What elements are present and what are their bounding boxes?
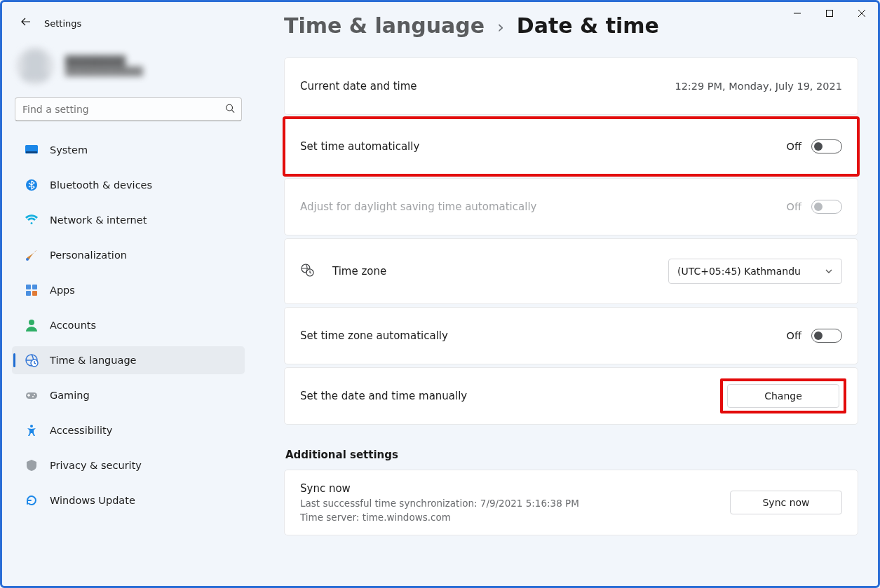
profile-email: ████████████ — [65, 67, 143, 76]
select-value: (UTC+05:45) Kathmandu — [677, 266, 801, 277]
svg-point-4 — [226, 104, 233, 111]
sidebar-item-system[interactable]: System — [12, 136, 245, 164]
sync-server: Time server: time.windows.com — [300, 512, 579, 523]
wifi-icon — [25, 213, 39, 227]
sidebar-item-label: Apps — [50, 285, 75, 296]
system-icon — [25, 143, 39, 157]
sidebar-item-gaming[interactable]: Gaming — [12, 381, 245, 409]
sidebar-item-label: Time & language — [50, 355, 137, 366]
search-input[interactable] — [15, 97, 242, 121]
bluetooth-icon — [25, 178, 39, 192]
change-button[interactable]: Change — [727, 384, 839, 408]
row-label: Adjust for daylight saving time automati… — [300, 200, 536, 213]
svg-rect-13 — [32, 291, 37, 296]
row-label: Time zone — [332, 265, 386, 278]
set-tz-auto-toggle[interactable] — [811, 329, 842, 343]
row-label: Set the date and time manually — [300, 390, 467, 402]
svg-rect-1 — [827, 11, 833, 17]
sidebar-item-personalization[interactable]: Personalization — [12, 241, 245, 269]
svg-point-18 — [34, 394, 35, 395]
row-dst-auto: Adjust for daylight saving time automati… — [285, 179, 858, 235]
gamepad-icon — [25, 388, 39, 402]
sidebar-item-windows-update[interactable]: Windows Update — [12, 486, 245, 514]
sync-now-button[interactable]: Sync now — [730, 491, 842, 514]
toggle-state: Off — [787, 330, 801, 341]
svg-point-19 — [32, 396, 34, 397]
sidebar-item-network[interactable]: Network & internet — [12, 206, 245, 234]
svg-rect-12 — [26, 291, 31, 296]
breadcrumb-parent[interactable]: Time & language — [284, 13, 485, 38]
chevron-right-icon: › — [497, 18, 504, 37]
row-set-tz-auto[interactable]: Set time zone automatically Off — [285, 308, 858, 364]
sidebar-item-label: Bluetooth & devices — [50, 179, 152, 191]
sidebar-item-label: Accessibility — [50, 425, 112, 436]
update-icon — [25, 493, 39, 507]
close-button[interactable] — [846, 2, 878, 25]
sidebar-item-accounts[interactable]: Accounts — [12, 311, 245, 339]
brush-icon — [25, 248, 39, 262]
time-zone-select[interactable]: (UTC+05:45) Kathmandu — [668, 259, 842, 284]
person-icon — [25, 318, 39, 332]
sidebar-item-privacy[interactable]: Privacy & security — [12, 451, 245, 479]
svg-point-9 — [26, 258, 29, 261]
app-title: Settings — [44, 18, 81, 29]
breadcrumb: Time & language › Date & time — [284, 13, 858, 38]
svg-rect-11 — [32, 285, 37, 289]
row-set-manual: Set the date and time manually Change — [285, 368, 858, 424]
toggle-state: Off — [787, 141, 801, 152]
sidebar-item-label: Privacy & security — [50, 460, 142, 471]
back-icon[interactable] — [20, 16, 32, 30]
toggle-state: Off — [787, 201, 801, 212]
svg-line-5 — [232, 110, 235, 113]
row-label: Set time zone automatically — [300, 329, 448, 342]
sync-last-sync: Last successful time synchronization: 7/… — [300, 498, 579, 509]
svg-rect-10 — [26, 285, 31, 289]
globe-clock-icon — [25, 353, 39, 367]
apps-icon — [25, 283, 39, 297]
sidebar-item-apps[interactable]: Apps — [12, 276, 245, 304]
dst-auto-toggle — [811, 200, 842, 214]
search-icon — [225, 103, 235, 116]
row-current-datetime: Current date and time 12:29 PM, Monday, … — [285, 58, 858, 114]
sidebar-item-time-language[interactable]: Time & language — [12, 346, 245, 374]
profile-name: ████████ — [65, 55, 143, 67]
avatar — [16, 47, 54, 85]
shield-icon — [25, 458, 39, 472]
sidebar-item-accessibility[interactable]: Accessibility — [12, 416, 245, 444]
row-set-time-automatically[interactable]: Set time automatically Off — [285, 118, 858, 175]
account-profile[interactable]: ████████ ████████████ — [9, 40, 248, 97]
current-datetime-value: 12:29 PM, Monday, July 19, 2021 — [675, 81, 842, 92]
maximize-button[interactable] — [813, 2, 846, 25]
sidebar-item-label: Network & internet — [50, 214, 147, 226]
accessibility-icon — [25, 423, 39, 437]
sync-title: Sync now — [300, 482, 579, 495]
svg-point-20 — [30, 425, 33, 428]
row-sync-now: Sync now Last successful time synchroniz… — [285, 470, 858, 535]
sidebar-item-label: Gaming — [50, 390, 90, 401]
row-label: Set time automatically — [300, 140, 419, 153]
globe-clock-icon — [300, 263, 314, 280]
chevron-down-icon — [825, 267, 833, 275]
row-label: Current date and time — [300, 80, 417, 93]
sidebar-item-label: Windows Update — [50, 495, 135, 506]
minimize-button[interactable] — [781, 2, 813, 25]
svg-rect-7 — [26, 151, 37, 153]
sidebar-item-bluetooth[interactable]: Bluetooth & devices — [12, 171, 245, 199]
svg-point-14 — [29, 320, 34, 325]
row-time-zone: Time zone (UTC+05:45) Kathmandu — [285, 239, 858, 303]
set-time-auto-toggle[interactable] — [811, 139, 842, 153]
section-heading-additional: Additional settings — [285, 449, 858, 461]
sidebar-item-label: System — [50, 144, 88, 156]
page-title: Date & time — [517, 13, 659, 38]
sidebar-item-label: Personalization — [50, 249, 127, 261]
sidebar-item-label: Accounts — [50, 320, 96, 331]
